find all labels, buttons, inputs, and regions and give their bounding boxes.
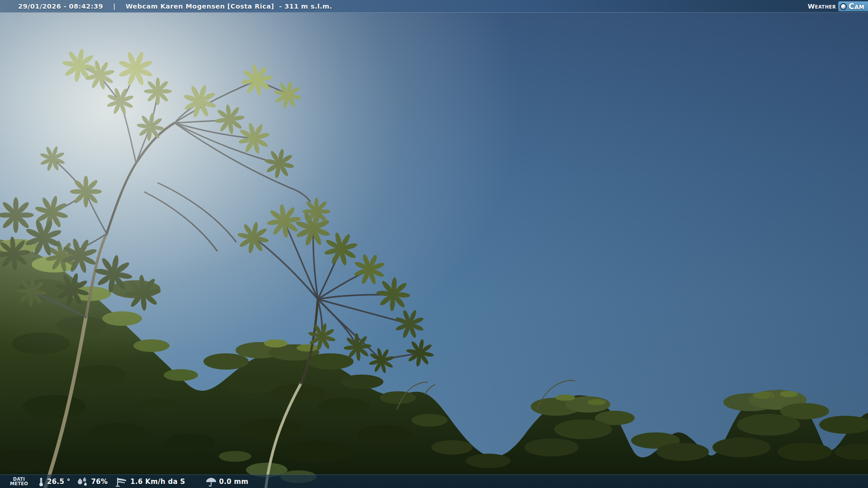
camera-lens-icon <box>840 3 847 10</box>
logo-weather-text: Weather <box>808 3 836 10</box>
top-bar: 29/01/2026 - 08:42:39 | Webcam Karen Mog… <box>0 0 868 13</box>
datetime-text: 29/01/2026 - 08:42:39 <box>18 3 103 10</box>
meteo-label: DATI METEO <box>10 477 28 486</box>
wind-value: 1.6 Km/h da S <box>130 478 185 486</box>
meteo-label-line1: DATI <box>13 477 25 482</box>
wind-reading: 1.6 Km/h da S <box>116 476 185 487</box>
webcam-title: Webcam Karen Mogensen [Costa Rica] - 311… <box>126 3 332 10</box>
bottom-bar: DATI METEO 26.5 ° 76% <box>0 474 868 488</box>
windsock-icon <box>116 476 127 487</box>
temperature-value: 26.5 ° <box>47 478 71 486</box>
rain-value: 0.0 mm <box>219 478 249 486</box>
umbrella-icon <box>206 476 217 487</box>
humidity-value: 76% <box>91 478 108 486</box>
separator: | <box>113 3 116 10</box>
meteo-label-line2: METEO <box>10 482 28 486</box>
temperature-reading: 26.5 ° <box>38 476 71 487</box>
rain-reading: 0.0 mm <box>206 476 249 487</box>
humidity-reading: 76% <box>76 477 108 487</box>
thermometer-icon <box>38 476 44 487</box>
logo-cam-text: Cam <box>849 1 864 11</box>
webcam-frame: 29/01/2026 - 08:42:39 | Webcam Karen Mog… <box>0 0 868 488</box>
humidity-drops-icon <box>76 477 88 487</box>
logo-cam-badge: Cam <box>838 1 868 11</box>
weathercam-logo: Weather Cam <box>808 1 868 11</box>
forest-scene <box>0 0 868 488</box>
